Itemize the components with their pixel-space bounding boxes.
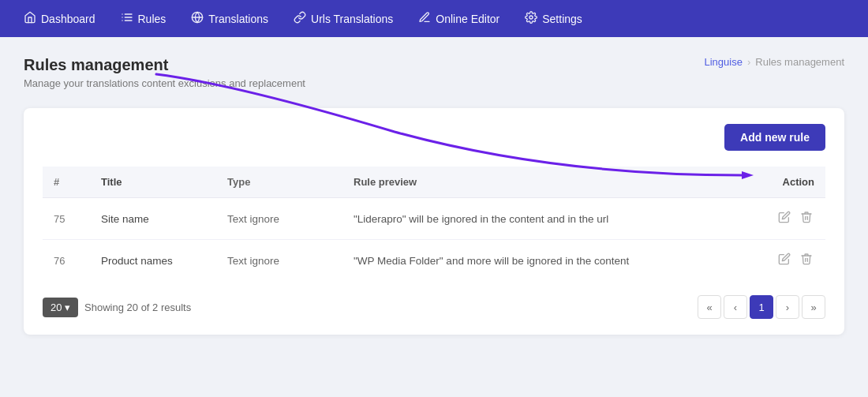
pagination-area: 20 ▾ Showing 20 of 2 results «‹1›» [43,295,825,319]
add-new-rule-button[interactable]: Add new rule [724,124,825,151]
rules-icon [121,11,133,26]
svg-point-8 [529,16,533,19]
page-button[interactable]: ‹ [724,295,747,319]
col-header-type: Type [216,167,342,198]
breadcrumb-separator: › [747,56,750,68]
breadcrumb: Linguise › Rules management [704,56,844,68]
page-button[interactable]: 1 [750,295,773,319]
page-button[interactable]: › [776,295,799,319]
cell-id: 75 [43,198,90,240]
nav-item-online-editor[interactable]: Online Editor [407,5,511,32]
nav-label-urls-translations: Urls Translations [311,13,393,25]
translations-icon [191,11,204,26]
rules-table: # Title Type Rule preview Action 75 Site… [43,167,825,281]
table-row: 76 Product names Text ignore "WP Media F… [43,240,825,282]
table-header: # Title Type Rule preview Action [43,167,825,198]
page-content: Rules management Linguise › Rules manage… [0,37,868,354]
col-header-title: Title [90,167,216,198]
delete-icon[interactable] [799,209,814,228]
per-page-value: 20 ▾ [51,301,70,313]
nav-label-settings: Settings [542,13,582,25]
nav-label-online-editor: Online Editor [436,13,499,25]
pagination-controls: «‹1›» [698,295,825,319]
col-header-num: # [43,167,90,198]
table-row: 75 Site name Text ignore "Liderapro" wil… [43,198,825,240]
per-page-button[interactable]: 20 ▾ [43,298,78,317]
cell-title: Product names [90,240,216,282]
cell-title: Site name [90,198,216,240]
col-header-action: Action [746,167,825,198]
nav-item-dashboard[interactable]: Dashboard [13,5,107,32]
edit-icon[interactable] [776,209,792,228]
cell-action [746,198,825,240]
delete-icon[interactable] [799,251,814,270]
urls-icon [294,11,306,26]
nav-item-rules[interactable]: Rules [110,5,178,32]
page-title: Rules management [24,56,168,74]
nav-item-translations[interactable]: Translations [180,5,279,32]
settings-icon [525,11,537,26]
breadcrumb-root[interactable]: Linguise [704,56,742,68]
breadcrumb-current: Rules management [755,56,844,68]
table-body: 75 Site name Text ignore "Liderapro" wil… [43,198,825,282]
cell-action [746,240,825,282]
cell-type: Text ignore [216,240,342,282]
cell-preview: "Liderapro" will be ignored in the conte… [342,198,746,240]
rules-card: Add new rule # Title Type Rule preview A… [24,108,844,335]
page-header: Rules management Linguise › Rules manage… [24,56,844,74]
page-button[interactable]: » [802,295,825,319]
col-header-preview: Rule preview [342,167,746,198]
cell-preview: "WP Media Folder" and more will be ignor… [342,240,746,282]
cell-id: 76 [43,240,90,282]
page-subtitle: Manage your translations content exclusi… [24,77,844,89]
nav-label-rules: Rules [138,13,166,25]
edit-icon[interactable] [776,251,792,270]
nav-item-settings[interactable]: Settings [514,5,593,32]
per-page-section: 20 ▾ Showing 20 of 2 results [43,298,191,317]
results-text: Showing 20 of 2 results [84,301,191,313]
page-button[interactable]: « [698,295,721,319]
card-header: Add new rule [43,124,825,151]
dashboard-icon [24,11,36,26]
nav-item-urls-translations[interactable]: Urls Translations [282,5,404,32]
nav-label-dashboard: Dashboard [41,13,95,25]
cell-type: Text ignore [216,198,342,240]
main-nav: Dashboard Rules Translations Urls Transl… [0,0,868,37]
online-editor-icon [418,11,431,26]
nav-label-translations: Translations [208,13,268,25]
